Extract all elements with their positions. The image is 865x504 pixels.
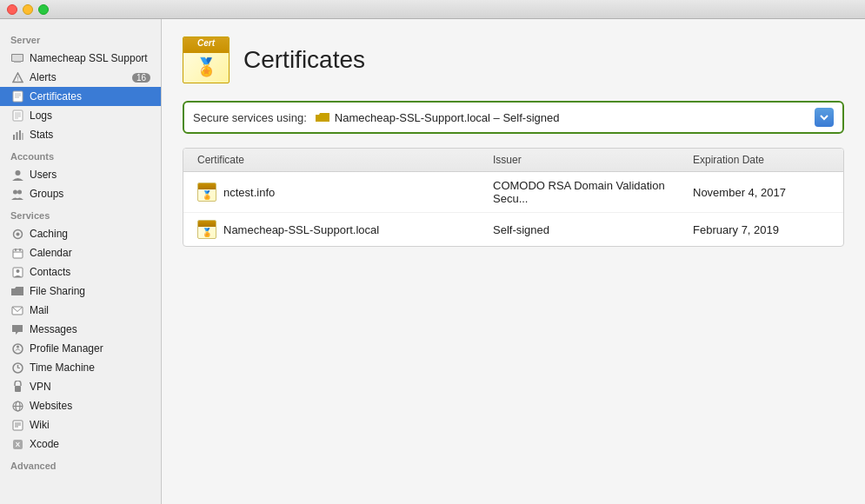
svg-point-28 (16, 269, 19, 273)
cell-issuer-1: Self-signed (488, 222, 688, 238)
col-header-issuer: Issuer (488, 152, 688, 168)
sidebar-item-wiki[interactable]: Wiki (0, 415, 161, 434)
sidebar-item-wiki-label: Wiki (30, 419, 50, 431)
svg-rect-17 (22, 133, 23, 140)
secure-services-row: Secure services using: Namecheap-SSL-Sup… (183, 101, 844, 134)
svg-point-31 (17, 345, 19, 348)
svg-rect-9 (13, 110, 23, 121)
contacts-icon (10, 265, 24, 279)
sidebar-item-filesharing-label: File Sharing (30, 285, 85, 297)
cell-expiration-0: November 4, 2017 (688, 184, 835, 201)
server-icon (10, 51, 24, 65)
main-container: Server Namecheap SSL Support ! Alerts 16… (0, 19, 865, 504)
sidebar-item-users[interactable]: Users (0, 165, 161, 184)
svg-text:X: X (15, 441, 20, 448)
close-button[interactable] (7, 4, 17, 15)
sidebar-item-calendar[interactable]: Calendar (0, 243, 161, 262)
col-header-certificate: Certificate (192, 152, 488, 168)
sidebar: Server Namecheap SSL Support ! Alerts 16… (0, 19, 162, 504)
sidebar-item-websites-label: Websites (30, 400, 72, 412)
cell-issuer-0: COMODO RSA Domain Validation Secu... (488, 177, 688, 207)
maximize-button[interactable] (38, 4, 49, 15)
sidebar-item-profilemanager-label: Profile Manager (30, 342, 103, 355)
messages-icon (10, 322, 24, 336)
svg-rect-23 (13, 249, 23, 258)
wiki-icon (10, 418, 24, 432)
sidebar-item-logs-label: Logs (30, 109, 52, 122)
sidebar-item-timemachine[interactable]: Time Machine (0, 358, 161, 377)
alerts-icon: ! (10, 70, 24, 84)
certificates-page-icon: Cert 🏅 (183, 36, 230, 83)
minimize-button[interactable] (23, 4, 33, 15)
sidebar-item-stats[interactable]: Stats (0, 125, 161, 144)
col-header-expiration: Expiration Date (688, 152, 835, 168)
users-icon (10, 168, 24, 182)
profilemanager-icon (10, 342, 24, 355)
row-cert-icon-1: 🏅 (197, 220, 216, 239)
caching-icon (10, 227, 24, 241)
sidebar-item-filesharing[interactable]: File Sharing (0, 282, 161, 301)
cell-cert-name-1: 🏅 Namecheap-SSL-Support.local (192, 218, 488, 241)
sidebar-item-logs[interactable]: Logs (0, 106, 161, 125)
sidebar-item-namecheap-label: Namecheap SSL Support (30, 52, 148, 64)
sidebar-item-contacts[interactable]: Contacts (0, 262, 161, 282)
groups-icon (10, 187, 24, 201)
cell-expiration-1: February 7, 2019 (688, 222, 835, 238)
svg-point-19 (13, 189, 17, 194)
svg-rect-1 (12, 55, 23, 61)
certificates-icon (10, 90, 24, 103)
table-row[interactable]: 🏅 nctest.info COMODO RSA Domain Validati… (183, 172, 843, 213)
chevron-down-icon (820, 114, 828, 121)
table-header: Certificate Issuer Expiration Date (183, 149, 843, 172)
content-area: Cert 🏅 Certificates Secure services usin… (162, 19, 865, 504)
svg-rect-16 (19, 130, 21, 140)
calendar-icon (10, 246, 24, 260)
stats-icon (10, 128, 24, 142)
svg-rect-14 (13, 135, 15, 140)
sidebar-item-calendar-label: Calendar (30, 247, 72, 259)
sidebar-item-groups[interactable]: Groups (0, 184, 161, 203)
sidebar-item-vpn-label: VPN (30, 381, 51, 393)
websites-icon (10, 399, 24, 413)
sidebar-item-mail-label: Mail (30, 304, 49, 316)
sidebar-item-websites[interactable]: Websites (0, 396, 161, 415)
sidebar-item-namecheap[interactable]: Namecheap SSL Support (0, 49, 161, 68)
advanced-section-label: Advanced (0, 454, 161, 474)
filesharing-icon (10, 284, 24, 298)
svg-point-20 (17, 189, 22, 194)
sidebar-item-timemachine-label: Time Machine (30, 361, 95, 374)
svg-point-22 (16, 232, 19, 235)
sidebar-item-vpn[interactable]: VPN (0, 377, 161, 396)
sidebar-item-certificates[interactable]: Certificates (0, 87, 161, 106)
server-section-label: Server (0, 28, 161, 49)
sidebar-item-alerts-label: Alerts (30, 71, 57, 83)
table-row[interactable]: 🏅 Namecheap-SSL-Support.local Self-signe… (183, 213, 843, 246)
sidebar-item-caching[interactable]: Caching (0, 224, 161, 243)
sidebar-item-xcode-label: Xcode (30, 438, 59, 450)
secure-services-select[interactable]: Namecheap-SSL-Support.local – Self-signe… (316, 108, 834, 127)
secure-services-dropdown-arrow[interactable] (815, 108, 834, 127)
services-section-label: Services (0, 203, 161, 224)
alerts-badge: 16 (132, 73, 150, 83)
cell-cert-name-0: 🏅 nctest.info (192, 181, 488, 203)
sidebar-item-caching-label: Caching (30, 228, 68, 240)
cert-name-1: Namecheap-SSL-Support.local (223, 223, 379, 236)
certificate-table: Certificate Issuer Expiration Date 🏅 nct… (183, 148, 844, 247)
sidebar-item-users-label: Users (30, 169, 57, 181)
cert-seal-icon: 🏅 (196, 56, 217, 77)
page-title: Certificates (243, 46, 365, 74)
row-cert-icon-0: 🏅 (197, 182, 216, 202)
sidebar-item-profilemanager[interactable]: Profile Manager (0, 339, 161, 358)
secure-services-label: Secure services using: (193, 111, 307, 124)
sidebar-item-alerts[interactable]: ! Alerts 16 (0, 68, 161, 87)
sidebar-item-mail[interactable]: Mail (0, 301, 161, 320)
svg-rect-5 (13, 91, 23, 102)
sidebar-item-xcode[interactable]: X Xcode (0, 434, 161, 454)
cert-ribbon-text: Cert (197, 39, 215, 48)
folder-icon (316, 112, 329, 123)
sidebar-item-groups-label: Groups (30, 188, 63, 200)
sidebar-item-messages[interactable]: Messages (0, 320, 161, 339)
accounts-section-label: Accounts (0, 144, 161, 165)
sidebar-item-certificates-label: Certificates (30, 90, 82, 103)
sidebar-item-stats-label: Stats (30, 129, 53, 141)
